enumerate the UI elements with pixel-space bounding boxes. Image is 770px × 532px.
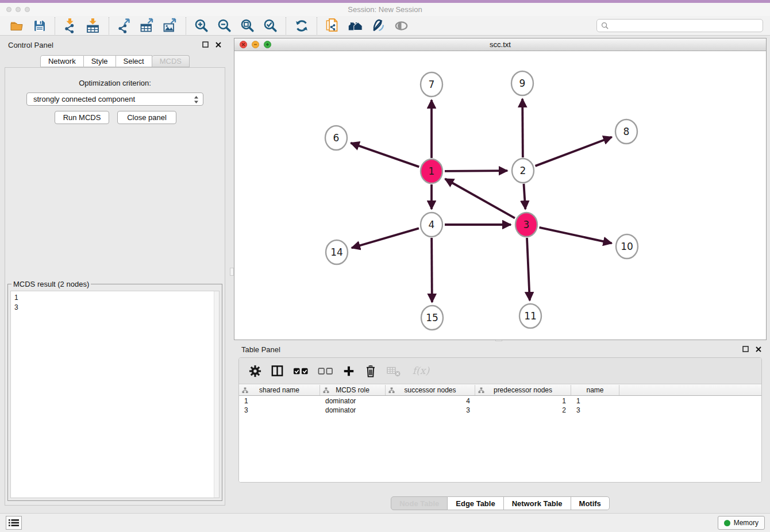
network-window-titlebar[interactable]: scc.txt — [234, 38, 766, 51]
edge-2-9[interactable] — [522, 99, 523, 157]
table-cell[interactable]: 2 — [475, 406, 571, 415]
node-7[interactable]: 7 — [421, 72, 442, 97]
zoom-fit-icon[interactable] — [240, 18, 255, 33]
column-header-predecessor-nodes[interactable]: predecessor nodes — [475, 385, 571, 395]
table-cell[interactable]: 3 — [386, 406, 475, 415]
table-cell[interactable]: 1 — [239, 396, 320, 406]
node-9[interactable]: 9 — [511, 71, 533, 95]
edge-3-1[interactable] — [445, 179, 515, 218]
tab-network-table[interactable]: Network Table — [504, 496, 571, 510]
mcds-result-text: 1 3 — [11, 291, 219, 314]
control-panel: Control Panel NetworkStyleSelectMCDS Opt… — [0, 36, 230, 513]
node-label: 11 — [524, 310, 537, 322]
table-row[interactable]: 1dominator411 — [239, 396, 761, 406]
run-mcds-button[interactable]: Run MCDS — [55, 111, 109, 124]
add-column-icon[interactable] — [342, 365, 355, 377]
tab-mcds[interactable]: MCDS — [152, 55, 190, 67]
table-cell[interactable]: dominator — [320, 396, 386, 406]
import-table-icon[interactable] — [86, 18, 101, 33]
node-10[interactable]: 10 — [616, 234, 638, 259]
export-image-icon[interactable] — [163, 18, 178, 33]
toolbar-group — [109, 18, 186, 33]
table-panel: Table Panel f(x) shared nameMCDS rolesuc… — [234, 342, 767, 511]
close-panel-icon[interactable] — [215, 42, 221, 48]
network-canvas[interactable]: 7961284314101511 — [234, 51, 766, 340]
window-titlebar: Session: New Session — [0, 3, 770, 16]
table-cell[interactable]: 3 — [239, 406, 320, 415]
edge-4-14[interactable] — [352, 228, 419, 248]
mcds-result-area[interactable]: 1 3 — [10, 291, 220, 498]
edge-2-3[interactable] — [523, 184, 525, 209]
memory-button[interactable]: Memory — [718, 516, 765, 530]
toolbar-group — [55, 18, 109, 33]
tab-style[interactable]: Style — [84, 55, 116, 67]
table-row[interactable]: 3dominator323 — [239, 406, 761, 415]
node-label: 3 — [523, 219, 530, 230]
table-cell[interactable]: 4 — [386, 396, 475, 406]
zoom-out-icon[interactable] — [217, 18, 232, 33]
vertical-divider-grip[interactable] — [230, 268, 234, 276]
table-cell[interactable]: 1 — [475, 396, 571, 406]
export-network-icon[interactable] — [117, 18, 132, 33]
node-14[interactable]: 14 — [326, 240, 348, 264]
column-header-successor-nodes[interactable]: successor nodes — [386, 385, 475, 395]
node-2[interactable]: 2 — [512, 159, 534, 183]
select-stepper-icon — [194, 95, 199, 104]
node-15[interactable]: 15 — [421, 306, 443, 330]
table-cell[interactable]: 1 — [571, 396, 619, 406]
table-cell[interactable]: 3 — [571, 406, 619, 415]
node-1[interactable]: 1 — [421, 159, 442, 183]
status-bar: Memory — [0, 513, 770, 532]
float-panel-icon[interactable] — [202, 41, 209, 48]
split-view-icon[interactable] — [271, 364, 284, 377]
new-network-document-icon[interactable] — [325, 18, 340, 33]
close-panel-button[interactable]: Close panel — [117, 111, 176, 124]
sort-icon — [323, 387, 329, 394]
export-table-icon[interactable] — [140, 18, 155, 33]
search-input[interactable] — [611, 22, 759, 30]
edge-3-11[interactable] — [527, 238, 530, 300]
edge-1-2[interactable] — [445, 171, 507, 171]
float-table-panel-icon[interactable] — [742, 346, 749, 352]
delete-column-icon[interactable] — [364, 364, 377, 378]
node-label: 10 — [621, 241, 633, 252]
column-header-empty — [619, 385, 761, 395]
edge-3-10[interactable] — [539, 228, 611, 243]
edge-2-8[interactable] — [536, 137, 612, 166]
zoom-in-icon[interactable] — [194, 18, 209, 33]
visual-style-icon[interactable] — [371, 18, 386, 33]
open-session-icon[interactable] — [9, 18, 24, 33]
tab-select[interactable]: Select — [116, 55, 152, 67]
refresh-layout-icon[interactable] — [294, 18, 309, 33]
table-cell[interactable]: dominator — [320, 406, 386, 415]
node-3[interactable]: 3 — [515, 213, 537, 237]
toolbar-group — [317, 18, 417, 33]
unchecked-boxes-icon[interactable] — [318, 366, 333, 376]
node-6[interactable]: 6 — [325, 126, 347, 150]
gear-icon[interactable] — [249, 365, 261, 377]
tab-edge-table[interactable]: Edge Table — [448, 496, 503, 510]
import-network-icon[interactable] — [63, 18, 78, 33]
toolbar-group — [286, 18, 317, 33]
result-scrollbar[interactable] — [214, 291, 219, 498]
tab-network[interactable]: Network — [40, 55, 84, 67]
node-8[interactable]: 8 — [615, 119, 637, 144]
node-label: 2 — [520, 165, 526, 176]
column-header-name[interactable]: name — [571, 385, 619, 395]
task-history-button[interactable] — [6, 516, 22, 530]
edge-1-6[interactable] — [351, 143, 419, 167]
save-session-icon[interactable] — [32, 18, 47, 33]
zoom-selected-icon[interactable] — [263, 18, 278, 33]
edge-4-15[interactable] — [432, 238, 432, 302]
node-11[interactable]: 11 — [519, 304, 541, 328]
double-home-icon[interactable] — [348, 18, 363, 33]
criterion-select[interactable]: strongly connected component — [26, 92, 203, 106]
close-table-panel-icon[interactable] — [756, 346, 761, 352]
node-4[interactable]: 4 — [421, 213, 442, 237]
checked-boxes-icon[interactable] — [293, 366, 309, 376]
column-header-shared-name[interactable]: shared name — [239, 385, 320, 395]
tab-node-table[interactable]: Node Table — [391, 496, 448, 510]
column-header-MCDS-role[interactable]: MCDS role — [320, 385, 386, 395]
tab-motifs[interactable]: Motifs — [571, 496, 610, 510]
eye-icon[interactable] — [394, 18, 409, 33]
